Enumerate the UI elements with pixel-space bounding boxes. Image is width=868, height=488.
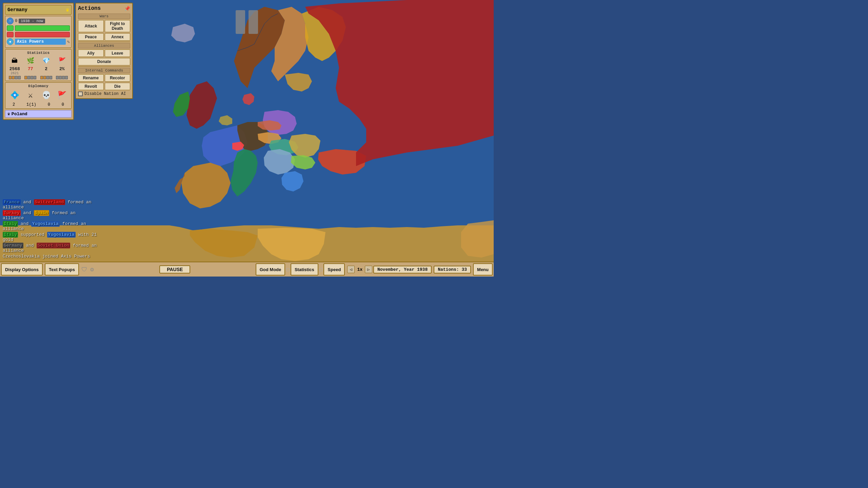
god-mode-button[interactable]: God Mode — [256, 263, 285, 276]
revolt-button[interactable]: Revolt — [78, 83, 104, 90]
mini-bar — [65, 76, 68, 79]
mini-bar — [15, 76, 18, 79]
mini-bar — [43, 76, 46, 79]
ally-button[interactable]: Ally — [78, 49, 104, 57]
alliance-edit-icon[interactable]: ✎ — [67, 39, 70, 45]
statistics-section: Statistics 🏔 🌿 💎 🚩 2568 2621 77 2 2% — [5, 49, 72, 81]
war-count: 1(1) — [26, 102, 36, 107]
target-nation-bar[interactable]: ♛ Poland — [5, 110, 72, 118]
mini-bar — [31, 76, 33, 79]
mini-bar — [59, 76, 62, 79]
donate-button[interactable]: Donate — [78, 58, 130, 65]
alliances-label: Alliances — [78, 43, 130, 48]
population-main: 2568 — [9, 66, 20, 72]
actions-header: Actions 📌 — [78, 5, 130, 12]
event-text: and — [21, 200, 34, 205]
event-log-line: France and Switzerland formed an allianc… — [3, 200, 98, 210]
nation-name: Germany — [7, 7, 27, 13]
display-options-label: Display Options — [5, 267, 39, 272]
attack-button[interactable]: Attack — [78, 20, 104, 32]
mini-bar — [40, 76, 43, 79]
peace-button[interactable]: Peace — [78, 33, 104, 41]
text-popups-button[interactable]: Text Popups — [45, 263, 79, 276]
internal-row-1: Rename Recolor — [78, 74, 130, 82]
display-options-button[interactable]: Display Options — [1, 263, 43, 276]
alliance-row: ◆ Axis Powers ✎ — [7, 38, 70, 45]
manpower-value: 0 — [15, 19, 17, 23]
ally-count: 2 — [13, 102, 15, 107]
separator-1 — [78, 42, 130, 42]
bar-group-2 — [24, 76, 36, 79]
actions-panel: Actions 📌 Wars Attack Fight to Death Pea… — [75, 3, 133, 99]
mini-bar — [24, 76, 27, 79]
speed-decrease-button[interactable]: ◁ — [347, 266, 355, 273]
actions-title: Actions — [78, 5, 101, 12]
event-text: and — [23, 243, 37, 248]
mini-bar — [56, 76, 59, 79]
diplomacy-section: Diplomacy 💠 ⚔ 💀 🚩 2 1(1) 0 0 — [5, 82, 72, 109]
left-panel: Germany ♛ ○ 0 1938 - now ◆ Axis Powers ✎ — [3, 3, 74, 120]
population-icon: 🏔 — [9, 56, 20, 65]
health-stat: 77 — [25, 66, 36, 75]
neutral-count: 0 — [48, 102, 50, 107]
shield-icon: 🛡 — [81, 266, 87, 273]
food-stat-icon: 🌿 — [25, 56, 36, 65]
diplomacy-icons-row: 💠 ⚔ 💀 🚩 — [7, 89, 70, 101]
recolor-button[interactable]: Recolor — [105, 74, 131, 82]
alliance-name[interactable]: Axis Powers — [15, 39, 66, 45]
health-main: 77 — [25, 66, 36, 72]
flag-dip-icon: 🚩 — [56, 89, 68, 101]
die-button[interactable]: Die — [105, 83, 131, 90]
god-mode-icon: ◯ — [286, 266, 290, 273]
disable-ai-checkbox[interactable] — [78, 92, 83, 96]
leave-button[interactable]: Leave — [105, 49, 131, 57]
flag-icon: 🚩 — [57, 56, 67, 65]
rename-button[interactable]: Rename — [78, 74, 104, 82]
nation-name-bar: Germany ♛ — [5, 5, 72, 15]
menu-button[interactable]: Menu — [473, 263, 493, 276]
pause-indicator — [236, 10, 258, 34]
internal-commands-label: Internal Commands — [78, 68, 130, 73]
fight-to-death-button[interactable]: Fight to Death — [105, 20, 131, 32]
health-row — [7, 32, 70, 37]
manpower-row: ○ 0 1938 - now — [7, 18, 70, 24]
statistics-button[interactable]: Statistics — [291, 263, 318, 276]
event-log-line: Germany and Soviet Union formed an allia… — [3, 243, 98, 253]
speed-label: Speed — [328, 267, 341, 272]
statistics-label: Statistics — [295, 267, 314, 272]
event-log: France and Switzerland formed an allianc… — [3, 200, 98, 260]
wars-row-2: Peace Annex — [78, 33, 130, 41]
stats-icon: ◯ — [319, 266, 323, 273]
menu-label: Menu — [477, 267, 489, 272]
event-nation-name: Yugoslavia — [47, 232, 76, 238]
event-text: and — [21, 210, 34, 216]
disable-ai-label: Disable Nation AI — [84, 92, 126, 96]
pin-icon[interactable]: 📌 — [124, 6, 130, 12]
internal-row-2: Revolt Die — [78, 83, 130, 90]
alliances-row-2: Donate — [78, 58, 130, 65]
event-log-line: Czechoslovakia joined Axis Powers — [3, 254, 98, 259]
event-log-line: Italy and Yugoslavia formed an alliance — [3, 221, 98, 231]
event-text: joined Axis Powers — [40, 254, 90, 259]
target-nation-name: Poland — [12, 111, 27, 117]
speed-increase-button[interactable]: ▷ — [365, 266, 372, 273]
bottom-bar: Display Options Text Popups 🛡 ⚙ PAUSE Go… — [0, 262, 494, 277]
mini-bar — [27, 76, 30, 79]
annex-button[interactable]: Annex — [105, 33, 131, 41]
army-main: 2 — [41, 66, 52, 72]
event-nation-name: Soviet Union — [37, 243, 71, 248]
date-display: November, Year 1938 — [373, 266, 432, 273]
mini-bar — [18, 76, 21, 79]
statistics-label: Statistics — [7, 51, 70, 55]
ally-icon: 💠 — [8, 89, 21, 101]
mini-bar — [12, 76, 15, 79]
pause-button[interactable]: PAUSE — [159, 265, 190, 273]
pause-bar-right — [249, 10, 258, 34]
target-crown-icon: ♛ — [7, 111, 10, 117]
god-mode-label: God Mode — [260, 267, 281, 272]
speed-value: 1x — [356, 267, 363, 272]
date-range: 1938 - now — [19, 19, 45, 23]
wars-row-1: Attack Fight to Death — [78, 20, 130, 32]
pause-bar-left — [236, 10, 245, 34]
gold-icon: 💎 — [41, 56, 52, 65]
